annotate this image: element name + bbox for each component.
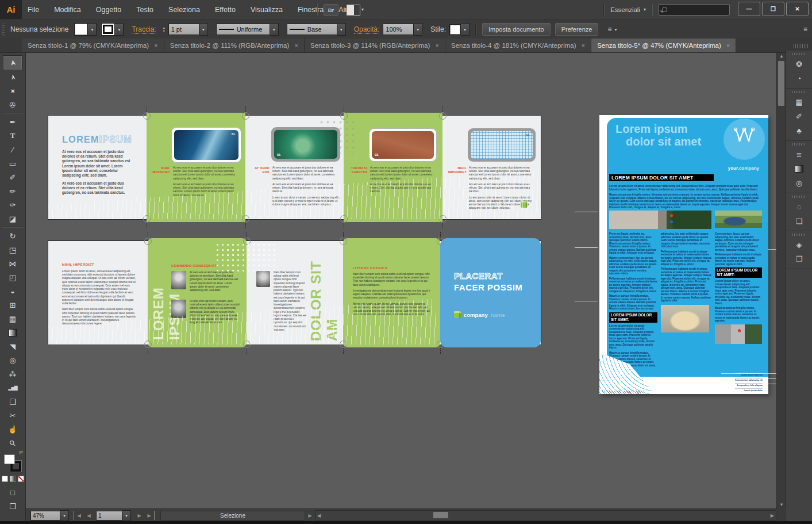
tab-close-icon[interactable]: ✕ — [726, 43, 730, 48]
menu-seleziona[interactable]: Seleziona — [168, 6, 200, 14]
free-transform-tool[interactable]: ◰ — [3, 270, 22, 284]
swap-fill-stroke-icon[interactable]: ⇄ — [19, 450, 23, 455]
symbols-panel-button[interactable]: ♣ — [790, 124, 809, 138]
type-tool[interactable]: T — [3, 129, 22, 143]
stroke-weight-caret[interactable]: ▾ — [199, 23, 208, 36]
color-guide-panel-button[interactable]: ◔ — [790, 71, 809, 86]
opacity-caret[interactable]: ▾ — [414, 23, 422, 36]
graphic-styles-panel-button[interactable]: ❏ — [790, 214, 809, 228]
zoom-level-field[interactable]: 47% — [30, 511, 60, 521]
style-caret[interactable]: ▾ — [461, 23, 470, 36]
arrange-documents-icon[interactable] — [347, 5, 360, 16]
fill-swatch[interactable] — [74, 23, 88, 36]
stroke-swatch[interactable] — [101, 23, 115, 36]
zoom-level-caret[interactable]: ▾ — [60, 510, 69, 521]
status-indicator-field[interactable]: Selezione — [160, 511, 305, 521]
magic-wand-tool[interactable]: ✦ — [3, 84, 22, 98]
minimize-button[interactable]: — — [738, 2, 760, 16]
fill-stroke-control[interactable]: ⇄ — [3, 454, 22, 472]
pencil-tool[interactable]: ✏ — [3, 184, 22, 198]
drawing-mode-button[interactable]: □ — [3, 485, 22, 499]
fill-color-box[interactable] — [4, 454, 15, 464]
dock-grip[interactable] — [792, 234, 806, 236]
hand-tool[interactable]: ☝ — [3, 422, 22, 436]
status-menu-button[interactable]: ▶ — [305, 511, 315, 520]
pen-tool[interactable]: ✒ — [3, 115, 22, 129]
first-artboard-button[interactable]: ◀ — [74, 511, 84, 520]
perspective-grid-tool[interactable]: ⊞ — [3, 298, 22, 312]
vertical-scroll-thumb[interactable] — [778, 61, 784, 106]
close-button[interactable]: ✕ — [786, 2, 809, 16]
dock-grip[interactable] — [792, 53, 806, 55]
workspace-switcher[interactable]: Essenziali▾ — [610, 6, 646, 13]
scale-tool[interactable]: ◳ — [3, 243, 22, 257]
align-caret-icon[interactable]: ▾ — [614, 27, 617, 32]
none-button[interactable] — [18, 476, 24, 482]
width-tool[interactable]: ⋈ — [3, 257, 22, 270]
bridge-button[interactable]: Br — [324, 4, 338, 16]
document-setup-button[interactable]: Imposta documento — [482, 23, 551, 36]
layers-panel-button[interactable]: ◈ — [790, 238, 809, 252]
menu-visualizza[interactable]: Visualizza — [251, 6, 283, 14]
paintbrush-tool[interactable]: ✐ — [3, 170, 22, 184]
tab-senza-titolo-1[interactable]: Senza titolo-1 @ 79% (CMYK/Anteprima)✕ — [22, 39, 164, 52]
shape-builder-tool[interactable]: ◒ — [3, 284, 22, 298]
search-input[interactable] — [659, 4, 730, 16]
style-swatch[interactable] — [449, 24, 461, 35]
rectangle-tool[interactable]: ▭ — [3, 156, 22, 170]
dock-grip[interactable] — [792, 91, 806, 93]
gradient-button[interactable] — [10, 476, 16, 482]
brush-definition-caret[interactable]: ▾ — [337, 23, 346, 36]
scroll-down-icon[interactable]: ▼ — [777, 502, 786, 508]
opacity-label[interactable]: Opacità: — [354, 25, 380, 34]
eyedropper-tool[interactable]: ◥ — [3, 339, 22, 353]
artboard-tool[interactable]: ❑ — [3, 395, 22, 408]
maximize-button[interactable]: ❒ — [762, 2, 784, 16]
menu-file[interactable]: File — [28, 6, 39, 14]
tab-senza-titolo-5[interactable]: Senza titolo-5* @ 47% (CMYK/Anteprima)✕ — [591, 39, 736, 52]
zoom-tool[interactable]: ⚲ — [3, 436, 22, 450]
tab-senza-titolo-2[interactable]: Senza titolo-2 @ 111% (RGB/Anteprima)✕ — [164, 39, 305, 52]
stroke-caret[interactable]: ▾ — [115, 23, 124, 36]
gradient-tool[interactable] — [3, 326, 22, 339]
blob-brush-tool[interactable]: ✑ — [3, 198, 22, 212]
vertical-scrollbar[interactable]: ▲ ▼ — [776, 53, 786, 508]
arrange-documents-caret-icon[interactable]: ▾ — [361, 7, 364, 12]
slice-tool[interactable]: ✂ — [3, 408, 22, 422]
brushes-panel-button[interactable]: ✐ — [790, 109, 809, 124]
opacity-field[interactable]: 100% — [383, 24, 414, 35]
text-align-icon[interactable]: ≡ — [607, 25, 611, 33]
color-button[interactable] — [2, 476, 8, 482]
scroll-up-icon[interactable]: ▲ — [777, 53, 786, 60]
artboard-number-caret[interactable]: ▾ — [122, 510, 131, 521]
last-artboard-button[interactable]: ▶ — [144, 511, 155, 520]
menu-oggetto[interactable]: Oggetto — [96, 6, 121, 14]
eraser-tool[interactable]: ◪ — [3, 212, 22, 225]
stroke-stepper[interactable]: ▴▾ — [161, 24, 167, 35]
fill-caret[interactable]: ▾ — [88, 23, 97, 36]
stroke-panel-button[interactable]: ≡ — [790, 147, 809, 162]
canvas[interactable]: LOREMIPSUM At vero eos et accusam et jus… — [26, 53, 777, 508]
brush-definition-combo[interactable]: Base — [287, 24, 337, 35]
menu-effetto[interactable]: Effetto — [215, 6, 236, 14]
artboard-number-field[interactable]: 1 — [96, 511, 122, 521]
preferences-button[interactable]: Preferenze — [555, 23, 599, 36]
control-panel-menu-icon[interactable]: ≡ — [803, 25, 807, 33]
tab-senza-titolo-3[interactable]: Senza titolo-3 @ 114% (RGB/Anteprima)✕ — [305, 39, 445, 52]
direct-selection-tool[interactable]: ➢ — [3, 70, 22, 84]
artboards-panel-button[interactable]: ❐ — [790, 252, 809, 266]
tab-close-icon[interactable]: ✕ — [154, 43, 158, 48]
gradient-panel-button[interactable] — [790, 162, 809, 176]
scroll-right-icon[interactable]: ▶ — [771, 513, 774, 518]
menu-modifica[interactable]: Modifica — [54, 6, 81, 14]
dock-grip[interactable] — [792, 196, 806, 198]
next-artboard-button[interactable]: ▶ — [134, 511, 144, 520]
menu-testo[interactable]: Testo — [136, 6, 153, 14]
lasso-tool[interactable]: ✇ — [3, 98, 22, 112]
dock-grip[interactable] — [794, 44, 809, 48]
stepper-down-icon[interactable]: ▾ — [163, 29, 165, 33]
variable-width-caret[interactable]: ▾ — [270, 23, 279, 36]
tab-close-icon[interactable]: ✕ — [435, 43, 439, 48]
mesh-tool[interactable]: ▦ — [3, 312, 22, 326]
swatches-panel-button[interactable]: ▦ — [790, 95, 809, 109]
